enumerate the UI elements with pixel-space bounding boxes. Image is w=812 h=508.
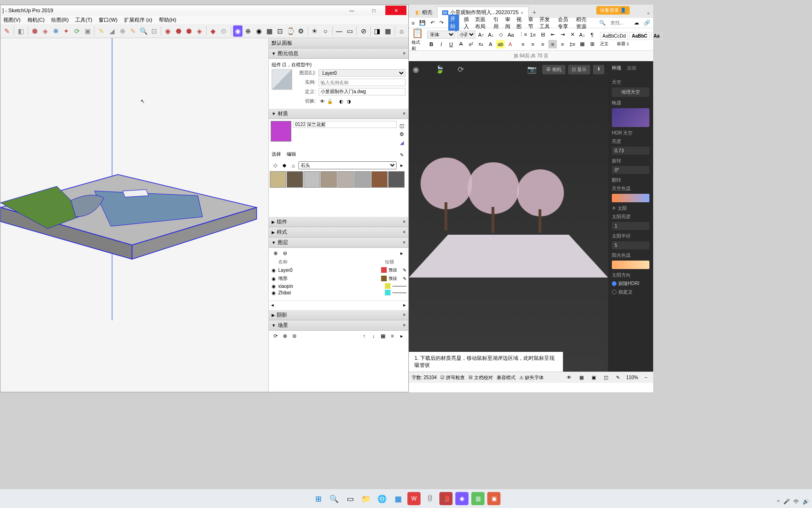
styles-header[interactable]: ▶ 样式 × xyxy=(269,227,408,238)
style-heading[interactable]: AaBbC xyxy=(629,32,649,40)
custom-radio[interactable]: 自定义 xyxy=(612,289,649,295)
visibility-toggle-icon[interactable]: 👁 xyxy=(319,97,326,105)
app-icon[interactable]: 🛢 xyxy=(423,492,437,505)
app-icon[interactable]: ▥ xyxy=(471,492,484,505)
number-list-icon[interactable]: 1≡ xyxy=(529,31,537,39)
brightness-input[interactable]: 0.73 xyxy=(612,147,649,155)
sky-temp-slider[interactable] xyxy=(612,194,649,202)
target-icon[interactable]: ◉ xyxy=(413,65,422,74)
entity-info-header[interactable]: ▼ 图元信息 × xyxy=(269,48,408,59)
read-view-icon[interactable]: 👁 xyxy=(565,373,573,382)
edit-icon[interactable]: ✎ xyxy=(401,266,408,274)
material-tile[interactable] xyxy=(304,171,320,188)
word-count[interactable]: 字数: 25104 xyxy=(412,374,437,381)
ribbon-tab-review[interactable]: 审阅 xyxy=(505,16,512,30)
task-view-button[interactable]: ▭ xyxy=(344,492,357,505)
shading-icon[interactable]: ▦ xyxy=(578,40,586,48)
menu-tools[interactable]: 工具(T) xyxy=(75,16,92,24)
tool-icon[interactable]: ⬢ xyxy=(30,25,39,37)
tool-icon[interactable]: ⊙ xyxy=(219,25,228,37)
tab-close-icon[interactable]: × xyxy=(521,10,523,16)
superscript-icon[interactable]: x² xyxy=(467,40,475,48)
increase-indent-icon[interactable]: ⇥ xyxy=(558,31,567,39)
tool-icon[interactable]: ⚙ xyxy=(296,25,305,37)
tool-icon[interactable]: ✎ xyxy=(128,25,138,37)
tool-icon[interactable]: ⟳ xyxy=(72,25,82,37)
cloud-sync-icon[interactable]: ☁ xyxy=(634,20,639,26)
tool-icon[interactable]: ☀ xyxy=(310,25,320,37)
add-scene-icon[interactable]: ⊕ xyxy=(281,332,289,340)
scenes-header[interactable]: ▼ 场景 × xyxy=(269,320,408,331)
sun-radius-input[interactable]: 5 xyxy=(612,241,649,249)
create-material-icon[interactable]: ◫ xyxy=(398,122,406,129)
layer-visible-icon[interactable]: ◉ xyxy=(269,290,278,295)
shadows-header[interactable]: ▶ 阴影 × xyxy=(269,310,408,320)
material-tile[interactable] xyxy=(320,171,337,188)
tool-icon[interactable]: ◢ xyxy=(107,25,117,37)
tool-icon[interactable]: ▦ xyxy=(383,25,392,37)
borders-icon[interactable]: ⊞ xyxy=(588,40,596,48)
zoom-out-icon[interactable]: − xyxy=(642,373,650,382)
tool-icon[interactable]: ⊡ xyxy=(149,25,159,37)
close-button[interactable]: ✕ xyxy=(385,6,406,15)
guest-login-button[interactable]: 访客登录 👤 xyxy=(596,6,630,15)
outline-view-icon[interactable]: ◫ xyxy=(601,373,610,382)
tray-volume-icon[interactable]: 🔊 xyxy=(803,499,809,505)
scene-view-icon[interactable]: ▦ xyxy=(379,332,387,340)
panel-close-icon[interactable]: × xyxy=(403,230,406,235)
redo-icon[interactable]: ↷ xyxy=(439,20,444,26)
start-button[interactable]: ⊞ xyxy=(312,492,325,505)
ribbon-tab-dev[interactable]: 开发工具 xyxy=(539,16,553,30)
format-painter-label[interactable]: 格式刷 xyxy=(412,40,423,52)
draft-view-icon[interactable]: ✎ xyxy=(614,373,622,382)
ribbon-tab-insert[interactable]: 插入 xyxy=(464,16,470,30)
tab-list-icon[interactable]: ▫ xyxy=(646,8,651,18)
tool-icon[interactable]: ⊡ xyxy=(275,25,284,37)
eyedropper-icon[interactable]: ✎ xyxy=(398,151,406,159)
instance-name-input[interactable] xyxy=(319,79,406,86)
ribbon-search-input[interactable] xyxy=(610,20,629,25)
menu-window[interactable]: 窗口(W) xyxy=(99,16,117,24)
wps-tab-docer[interactable]: ◧ 稻壳 xyxy=(411,7,437,18)
menu-draw[interactable]: 绘图(R) xyxy=(51,16,69,24)
layer-select[interactable]: Layer0 xyxy=(319,69,406,77)
layer-color-swatch[interactable] xyxy=(385,283,390,289)
app-icon[interactable]: ▣ xyxy=(487,492,500,505)
clear-format-icon[interactable]: ◇ xyxy=(497,31,505,39)
pencil-tool-icon[interactable]: ✎ xyxy=(2,25,12,37)
menu-help[interactable]: 帮助(H) xyxy=(159,16,176,24)
sky-preset-thumb[interactable] xyxy=(612,108,649,127)
material-tile[interactable] xyxy=(270,171,286,188)
share-icon[interactable]: 🔗 xyxy=(644,20,650,26)
edit-icon[interactable]: ✎ xyxy=(401,275,408,282)
menu-view[interactable]: 视图(V) xyxy=(3,16,21,24)
forward-icon[interactable]: ◆ xyxy=(281,162,288,169)
materials-header[interactable]: ▼ 材质 × xyxy=(269,109,408,119)
subscript-icon[interactable]: x₂ xyxy=(476,40,485,48)
panel-close-icon[interactable]: × xyxy=(403,111,406,116)
edge-browser-icon[interactable]: 🌐 xyxy=(375,492,389,505)
material-category-select[interactable]: 石头 xyxy=(298,161,397,169)
layers-header[interactable]: ▼ 图层 × xyxy=(269,238,408,248)
italic-icon[interactable]: I xyxy=(437,40,445,48)
sun-brightness-input[interactable]: 1 xyxy=(612,222,649,230)
underline-icon[interactable]: U xyxy=(447,40,455,48)
layer-row[interactable]: ◉ 地形 预设 ✎ xyxy=(269,274,408,283)
wps-icon[interactable]: W xyxy=(407,492,421,505)
tool-icon[interactable]: ⊕ xyxy=(243,25,253,37)
maximize-button[interactable]: □ xyxy=(363,6,384,15)
tool-icon[interactable]: ◈ xyxy=(195,25,204,37)
print-view-icon[interactable]: ▦ xyxy=(577,373,586,382)
tool-icon[interactable]: ✎ xyxy=(96,25,106,37)
font-color-icon[interactable]: A xyxy=(506,40,515,48)
style-heading2[interactable]: Aa xyxy=(651,32,662,40)
scene-up-icon[interactable]: ↑ xyxy=(360,332,368,340)
material-swatch[interactable] xyxy=(271,121,291,142)
font-size-select[interactable]: 小四 xyxy=(457,31,476,39)
align-center-icon[interactable]: ≡ xyxy=(529,40,537,48)
ribbon-tab-layout[interactable]: 页面布局 xyxy=(475,16,489,30)
refresh-scene-icon[interactable]: ⟳ xyxy=(272,332,279,340)
tool-icon[interactable]: ▭ xyxy=(345,25,354,37)
tool-icon[interactable]: ⬣ xyxy=(173,25,183,37)
sketchup-icon[interactable]: 📕 xyxy=(439,492,453,505)
